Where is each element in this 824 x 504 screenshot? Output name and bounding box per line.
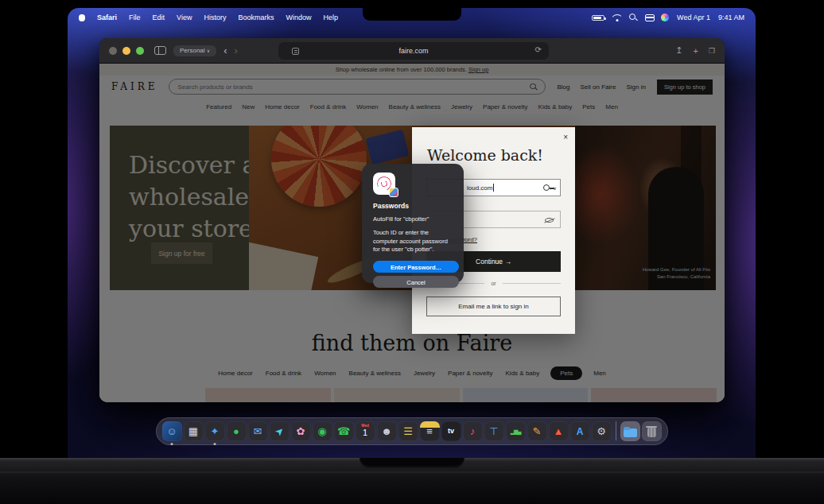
- dock-pages[interactable]: ✎: [527, 421, 547, 441]
- dock-notes[interactable]: ≡: [420, 421, 440, 441]
- profile-name: Personal: [180, 47, 205, 54]
- spotlight-search-icon[interactable]: [629, 14, 637, 21]
- numbers-icon: ▂▆▄: [506, 421, 526, 441]
- launchpad-icon: ▦: [184, 421, 204, 441]
- maps-icon: ➤: [270, 421, 290, 441]
- address-bar[interactable]: faire.com ⟳: [278, 42, 549, 60]
- profile-switcher[interactable]: Personal ∨: [173, 45, 216, 56]
- wifi-icon[interactable]: [612, 14, 621, 21]
- menu-item[interactable]: View: [177, 14, 192, 21]
- lid-scoop-notch: [360, 458, 464, 468]
- downloads-icon: [620, 421, 640, 441]
- passwords-app-icon: [389, 188, 398, 197]
- dock-finder[interactable]: ☺: [162, 421, 182, 441]
- touchid-autofill-dialog: Passwords AutoFill for "cbpotter" Touch …: [362, 164, 464, 283]
- dock-keynote[interactable]: ⊤: [484, 421, 504, 441]
- siri-icon[interactable]: [661, 14, 669, 21]
- menu-item[interactable]: History: [204, 14, 226, 21]
- dock-app-store[interactable]: A: [570, 421, 590, 441]
- app-store-icon: A: [570, 421, 590, 441]
- dock-settings[interactable]: ⚙: [592, 421, 612, 441]
- dock-downloads[interactable]: [620, 421, 640, 441]
- dock-maps[interactable]: ➤: [270, 421, 290, 441]
- text-cursor: [493, 184, 494, 192]
- dock-launchpad[interactable]: ▦: [184, 421, 204, 441]
- safari-toolbar: Personal ∨ ‹ › faire.com ⟳ ↥ + ❐: [99, 38, 725, 64]
- calendar-icon: 1Wed: [356, 421, 375, 441]
- dock-music[interactable]: ♪: [463, 421, 483, 441]
- menu-item[interactable]: Bookmarks: [238, 14, 274, 21]
- dock-rocket[interactable]: ▲: [549, 421, 569, 441]
- laptop-base: [0, 458, 824, 504]
- forward-button[interactable]: ›: [235, 45, 238, 56]
- autofill-key-button[interactable]: ∨: [543, 184, 556, 193]
- menu-item[interactable]: File: [129, 14, 141, 21]
- battery-icon[interactable]: [592, 15, 604, 21]
- tv-icon: tv: [441, 421, 461, 441]
- dock-messages[interactable]: ●: [227, 421, 247, 441]
- close-window-button[interactable]: [109, 47, 117, 55]
- menu-bar-clock[interactable]: 9:41 AM: [718, 14, 744, 21]
- facetime-icon: ◉: [313, 421, 332, 441]
- dock-trash[interactable]: [642, 421, 662, 441]
- notes-icon: ≡: [420, 421, 440, 441]
- show-password-icon[interactable]: [545, 218, 554, 223]
- dock-calendar[interactable]: 1Wed: [356, 421, 375, 441]
- dialog-body-text: Touch ID or enter the computer account p…: [373, 229, 454, 254]
- sidebar-toggle-icon[interactable]: [154, 46, 166, 55]
- touchid-fingerprint-icon: [373, 173, 395, 195]
- modal-title: Welcome back!: [427, 146, 543, 164]
- apple-menu-icon[interactable]: [79, 14, 85, 21]
- control-center-icon[interactable]: [645, 14, 653, 21]
- menu-bar-status: Wed Apr 1 9:41 AM: [592, 14, 744, 21]
- menu-bar-menus: SafariFileEditViewHistoryBookmarksWindow…: [79, 14, 338, 21]
- cancel-button[interactable]: Cancel: [373, 276, 459, 288]
- email-field-value: loud.com: [467, 184, 492, 192]
- enter-password-button[interactable]: Enter Password…: [373, 261, 459, 273]
- finder-icon: ☺: [162, 421, 182, 441]
- reload-icon[interactable]: ⟳: [535, 45, 542, 54]
- dock-contacts[interactable]: ☻: [377, 421, 397, 441]
- running-indicator: [171, 443, 173, 445]
- photos-icon: ✿: [291, 421, 311, 441]
- email-link-signin-button[interactable]: Email me a link to sign in: [426, 297, 561, 316]
- menu-items: SafariFileEditViewHistoryBookmarksWindow…: [97, 14, 338, 21]
- page-settings-icon[interactable]: [292, 48, 299, 55]
- zoom-window-button[interactable]: [136, 47, 144, 55]
- tab-overview-icon[interactable]: ❐: [709, 47, 715, 55]
- dock-mail[interactable]: ✉: [248, 421, 268, 441]
- toolbar-right-buttons: ↥ + ❐: [675, 45, 715, 56]
- chevron-down-icon: ∨: [207, 48, 210, 53]
- reminders-icon: ☰: [398, 421, 418, 441]
- menu-item[interactable]: Edit: [153, 14, 165, 21]
- menu-item[interactable]: Safari: [97, 14, 117, 21]
- back-button[interactable]: ‹: [223, 45, 227, 56]
- dock-safari[interactable]: ✦: [205, 421, 225, 441]
- camera-notch: [363, 8, 461, 21]
- pages-icon: ✎: [527, 421, 547, 441]
- mail-icon: ✉: [248, 421, 268, 441]
- dock-facetime[interactable]: ◉: [313, 421, 332, 441]
- running-indicator: [214, 443, 216, 445]
- new-tab-icon[interactable]: +: [693, 46, 698, 56]
- macbook-screen-wallpaper: SafariFileEditViewHistoryBookmarksWindow…: [68, 8, 756, 458]
- phone-icon: ☎: [334, 421, 354, 441]
- dock: ☺▦✦●✉➤✿◉☎1Wed☻☰≡tv♪⊤▂▆▄✎▲A⚙: [156, 417, 668, 445]
- menu-item[interactable]: Window: [286, 14, 311, 21]
- safari-icon: ✦: [205, 421, 225, 441]
- modal-close-icon[interactable]: ×: [563, 134, 568, 142]
- music-icon: ♪: [463, 421, 483, 441]
- dock-numbers[interactable]: ▂▆▄: [506, 421, 526, 441]
- dock-divider[interactable]: [613, 421, 619, 441]
- share-icon[interactable]: ↥: [675, 45, 682, 56]
- menu-item[interactable]: Help: [323, 14, 338, 21]
- minimize-window-button[interactable]: [122, 47, 130, 55]
- url-text: faire.com: [398, 47, 428, 55]
- dock-photos[interactable]: ✿: [291, 421, 311, 441]
- dialog-autofill-subtitle: AutoFill for "cbpotter": [373, 215, 457, 223]
- dialog-app-title: Passwords: [373, 202, 457, 210]
- dock-reminders[interactable]: ☰: [398, 421, 418, 441]
- dock-phone[interactable]: ☎: [334, 421, 354, 441]
- menu-bar-date[interactable]: Wed Apr 1: [677, 14, 710, 21]
- dock-tv[interactable]: tv: [441, 421, 461, 441]
